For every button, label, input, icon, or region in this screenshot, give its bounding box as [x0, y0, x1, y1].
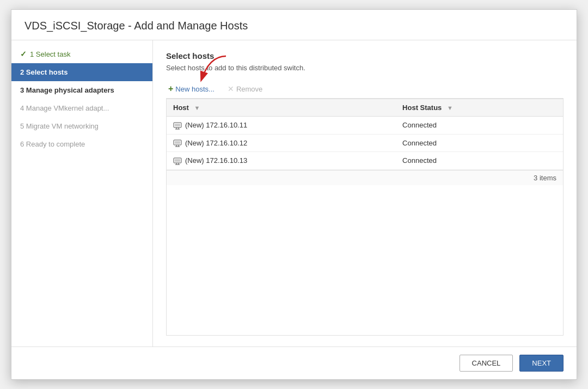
dialog-footer: CANCEL NEXT — [11, 347, 577, 379]
next-button[interactable]: NEXT — [519, 355, 564, 372]
checkmark-icon: ✓ — [20, 50, 27, 58]
sidebar-item-step5: 5 Migrate VM networking — [11, 117, 152, 135]
table-row[interactable]: (New) 172.16.10.11Connected — [167, 117, 563, 135]
sidebar-step3-label: 3 Manage physical adapters — [20, 86, 114, 94]
col-status: Host Status ▼ — [396, 99, 563, 117]
sidebar-item-step1[interactable]: ✓ 1 Select task — [11, 45, 152, 63]
host-icon — [173, 122, 182, 130]
sidebar-step5-label: 5 Migrate VM networking — [20, 122, 99, 130]
sidebar-item-step3[interactable]: 3 Manage physical adapters — [11, 81, 152, 99]
plus-icon: + — [168, 84, 173, 94]
host-cell: (New) 172.16.10.12 — [167, 134, 396, 152]
col-host-label: Host — [173, 104, 189, 112]
cancel-button[interactable]: CANCEL — [460, 355, 513, 372]
remove-button[interactable]: ✕ Remove — [225, 83, 265, 94]
toolbar: + New hosts... ✕ Remove — [166, 80, 564, 99]
host-icon — [173, 157, 182, 165]
status-cell: Connected — [396, 134, 563, 152]
sidebar-step6-label: 6 Ready to complete — [20, 140, 85, 148]
x-icon: ✕ — [228, 84, 234, 93]
host-filter-icon[interactable]: ▼ — [194, 105, 200, 111]
col-status-label: Host Status — [402, 104, 442, 112]
hosts-table-wrapper: Host ▼ Host Status ▼ ( — [166, 99, 564, 336]
add-manage-hosts-dialog: VDS_iSCSI_Storage - Add and Manage Hosts… — [11, 9, 577, 380]
sidebar-item-step2[interactable]: 2 Select hosts — [11, 63, 152, 81]
host-cell: (New) 172.16.10.11 — [167, 117, 396, 135]
table-header-row: Host ▼ Host Status ▼ — [167, 99, 563, 117]
svg-rect-7 — [175, 141, 180, 144]
sidebar-step1-label: 1 Select task — [30, 50, 70, 58]
host-icon — [173, 139, 182, 147]
remove-label: Remove — [236, 85, 262, 93]
svg-rect-2 — [175, 124, 180, 126]
col-host: Host ▼ — [167, 99, 396, 117]
toolbar-area: + New hosts... ✕ Remove — [166, 80, 564, 99]
host-name: (New) 172.16.10.11 — [185, 121, 247, 129]
table-row[interactable]: (New) 172.16.10.13Connected — [167, 152, 563, 170]
status-cell: Connected — [396, 117, 563, 135]
new-hosts-label: New hosts... — [175, 85, 215, 93]
sidebar-item-step4: 4 Manage VMkernel adapt... — [11, 99, 152, 117]
sidebar-step2-label: 2 Select hosts — [20, 68, 68, 76]
main-content: Select hosts Select hosts to add to this… — [153, 40, 577, 347]
svg-rect-12 — [175, 159, 180, 162]
hosts-table-body: (New) 172.16.10.11Connected (New) 172.16… — [167, 117, 563, 170]
dialog-title: VDS_iSCSI_Storage - Add and Manage Hosts — [11, 10, 577, 40]
table-footer: 3 items — [167, 170, 563, 185]
items-count: 3 items — [534, 174, 556, 182]
sidebar-item-step6: 6 Ready to complete — [11, 135, 152, 153]
host-name: (New) 172.16.10.13 — [185, 156, 247, 165]
hosts-table: Host ▼ Host Status ▼ ( — [167, 99, 563, 170]
table-row[interactable]: (New) 172.16.10.12Connected — [167, 134, 563, 152]
status-filter-icon[interactable]: ▼ — [447, 105, 453, 111]
sidebar: ✓ 1 Select task 2 Select hosts 3 Manage … — [11, 40, 153, 347]
host-cell: (New) 172.16.10.13 — [167, 152, 396, 170]
new-hosts-button[interactable]: + New hosts... — [166, 83, 217, 95]
section-desc: Select hosts to add to this distributed … — [166, 64, 564, 72]
sidebar-step4-label: 4 Manage VMkernel adapt... — [20, 104, 109, 112]
status-cell: Connected — [396, 152, 563, 170]
host-name: (New) 172.16.10.12 — [185, 139, 247, 147]
section-title: Select hosts — [166, 51, 564, 60]
